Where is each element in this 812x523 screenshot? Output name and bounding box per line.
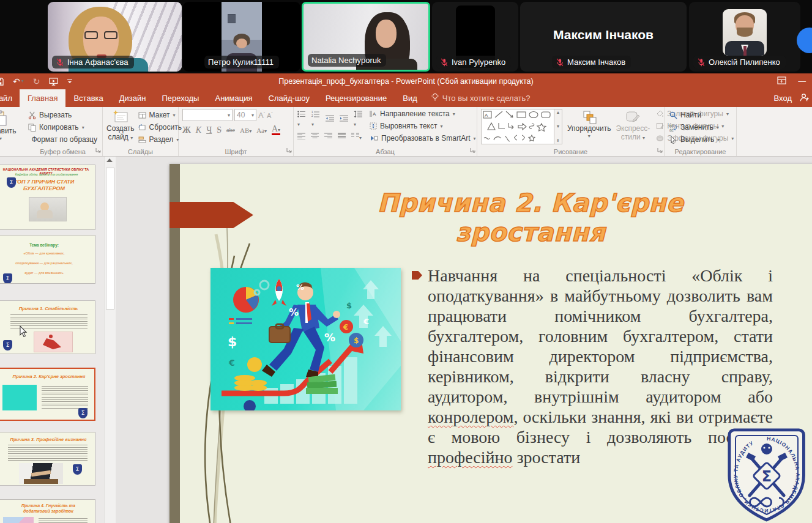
academy-logo-icon: Σ bbox=[78, 408, 88, 418]
participant-tile-maksym[interactable]: Максим Інчаков Максим Інчаков bbox=[520, 2, 687, 72]
account-person-icon[interactable] bbox=[799, 92, 810, 105]
thumb2-line2: «Облік — для креативних, bbox=[3, 251, 85, 255]
current-slide[interactable]: Причина 2. Кар'єрне зростання bbox=[169, 164, 812, 523]
smartart-icon bbox=[370, 135, 378, 142]
participant-tile-inna[interactable]: Інна Афанас'єва bbox=[48, 2, 182, 72]
participant-tile-ivan[interactable]: Ivan Pylypenko bbox=[432, 2, 518, 72]
new-slide-button[interactable]: Создать слайд ▾ bbox=[106, 109, 135, 144]
cut-button[interactable]: Вырезать bbox=[27, 110, 99, 120]
select-button[interactable]: Выделить▾ bbox=[668, 135, 732, 144]
change-case-button[interactable]: Аа▾ bbox=[256, 127, 267, 134]
reset-button[interactable]: Сбросить bbox=[137, 122, 183, 132]
layout-button[interactable]: Макет▾ bbox=[137, 110, 183, 120]
convert-to-smartart-button[interactable]: Преобразовать в SmartArt▾ bbox=[368, 133, 477, 143]
text-direction-button[interactable]: А Направление текста▾ bbox=[368, 109, 477, 119]
columns-button[interactable]: ▾ bbox=[351, 133, 362, 141]
format-painter-button[interactable]: Формат по образцу bbox=[27, 135, 99, 144]
tell-me-box[interactable]: Что вы хотите сделать? bbox=[425, 89, 537, 107]
shrink-font-button[interactable]: Аˇ bbox=[267, 111, 273, 119]
ribbon-display-options-button[interactable] bbox=[777, 76, 786, 86]
participant-tile-oleksii[interactable]: Олексій Пилипенко bbox=[689, 2, 800, 72]
font-name-combo[interactable]: ▾ bbox=[182, 109, 233, 121]
layout-icon bbox=[138, 112, 146, 119]
tab-home[interactable]: Главная bbox=[20, 89, 65, 107]
scrollbar-up-arrow[interactable] bbox=[106, 158, 113, 162]
thumb4-title: Причина 2. Кар'єрне зростання bbox=[9, 374, 89, 379]
increase-indent-button[interactable] bbox=[340, 115, 348, 124]
slide-title[interactable]: Причина 2. Кар'єрне зростання bbox=[313, 188, 748, 247]
slide-thumbnail-3[interactable]: Причина 1. Стабільність Σ bbox=[0, 300, 95, 354]
gallery-more-icon[interactable]: ⇟ bbox=[556, 138, 560, 143]
bold-button[interactable]: Ж bbox=[182, 125, 191, 135]
shapes-gallery-scrollbar[interactable]: ▲ ▼ ⇟ bbox=[554, 109, 562, 144]
find-button[interactable]: Найти bbox=[668, 110, 732, 120]
grow-font-button[interactable]: Аˆ bbox=[258, 111, 265, 120]
numbering-button[interactable]: 12▾ bbox=[311, 111, 320, 128]
underline-button[interactable]: Ч bbox=[206, 125, 212, 135]
ribbon: Вставить ▾ Вырезать Копировать ▾ Формат … bbox=[0, 107, 812, 157]
quick-styles-button[interactable]: Экспресс- стили ▾ bbox=[616, 109, 650, 142]
mic-muted-icon bbox=[697, 58, 706, 67]
svg-text:A: A bbox=[485, 113, 488, 118]
tab-slideshow[interactable]: Слайд-шоу bbox=[261, 89, 318, 107]
section-icon bbox=[138, 136, 146, 143]
slide-thumbnail-4-selected[interactable]: Причина 2. Кар'єрне зростання Σ bbox=[0, 368, 95, 421]
sign-in-link[interactable]: Вход bbox=[774, 94, 792, 103]
decrease-indent-button[interactable] bbox=[326, 115, 334, 124]
shadow-button[interactable]: S bbox=[217, 125, 222, 135]
slide-thumbnail-1[interactable]: НАЦІОНАЛЬНА АКАДЕМІЯ СТАТИСТИКИ ОБЛІКУ Т… bbox=[0, 165, 95, 230]
slide-thumbnail-6[interactable]: Причина 4. Гнучкість та додатковий зароб… bbox=[0, 499, 95, 523]
scroll-up-icon[interactable]: ▲ bbox=[556, 110, 561, 114]
dialog-launcher-icon[interactable] bbox=[286, 146, 292, 155]
thumbnails-scrollbar[interactable] bbox=[104, 157, 116, 523]
tab-transitions[interactable]: Переходы bbox=[154, 89, 207, 107]
tab-insert[interactable]: Вставка bbox=[65, 89, 111, 107]
participant-tile-natalia-active-speaker[interactable]: Natalia Nechyporuk bbox=[302, 2, 430, 72]
dialog-launcher-icon[interactable] bbox=[657, 146, 663, 155]
slide-thumbnail-5[interactable]: Причина 3. Професійне визнання Σ bbox=[0, 432, 95, 486]
participant-name-tag: Natalia Nechyporuk bbox=[308, 54, 386, 67]
cursor-icon bbox=[669, 136, 677, 144]
tab-animations[interactable]: Анимация bbox=[207, 89, 260, 107]
justify-button[interactable] bbox=[338, 133, 346, 141]
replace-button[interactable]: abac Заменить▾ bbox=[668, 122, 732, 132]
tab-design[interactable]: Дизайн bbox=[111, 89, 154, 107]
dialog-launcher-icon[interactable] bbox=[470, 146, 475, 155]
academy-logo-icon: Σ bbox=[7, 177, 16, 188]
tab-review[interactable]: Рецензирование bbox=[318, 89, 395, 107]
arrange-button[interactable]: Упорядочить ▾ bbox=[567, 109, 611, 139]
participant-name: Ivan Pylypenko bbox=[452, 57, 505, 67]
svg-text:€: € bbox=[363, 317, 369, 326]
font-color-button[interactable]: А▾ bbox=[272, 125, 280, 135]
tab-file[interactable]: Файл bbox=[0, 89, 20, 107]
slide-body-textbox[interactable]: Навчання на спеціальності «Облік і опода… bbox=[428, 265, 773, 467]
new-slide-icon bbox=[113, 110, 129, 125]
svg-text:€: € bbox=[228, 358, 235, 368]
scrollbar-thumb[interactable] bbox=[106, 168, 114, 310]
participant-tile-petro[interactable]: Петро Кулик11111 bbox=[183, 2, 300, 72]
align-right-button[interactable] bbox=[324, 133, 332, 141]
scroll-down-icon[interactable]: ▼ bbox=[556, 124, 561, 128]
paste-button[interactable]: Вставить ▾ bbox=[0, 109, 18, 141]
character-spacing-button[interactable]: АВ▾ bbox=[240, 127, 251, 134]
line-spacing-button[interactable]: ▾ bbox=[354, 111, 362, 128]
align-center-button[interactable] bbox=[311, 133, 319, 141]
thumb6-title: Причина 4. Гнучкість та додатковий зароб… bbox=[8, 503, 89, 514]
tab-view[interactable]: Вид bbox=[395, 89, 425, 107]
shapes-gallery[interactable]: A bbox=[481, 109, 554, 144]
copy-button[interactable]: Копировать ▾ bbox=[27, 122, 99, 132]
align-text-button[interactable]: Выровнять текст▾ bbox=[368, 121, 477, 131]
minimize-button[interactable]: — bbox=[799, 77, 806, 86]
dialog-launcher-icon[interactable] bbox=[95, 146, 101, 155]
bullets-button[interactable]: ▾ bbox=[297, 111, 306, 128]
section-button[interactable]: Раздел▾ bbox=[137, 135, 183, 144]
italic-button[interactable]: К bbox=[196, 125, 201, 135]
align-text-icon bbox=[370, 122, 377, 130]
participant-name-tag: Ivan Pylypenko bbox=[436, 56, 511, 69]
slide-illustration[interactable]: $ € % % $ € % € $ bbox=[210, 268, 401, 410]
strikethrough-button[interactable]: abc bbox=[226, 127, 235, 133]
font-size-combo[interactable]: 40▾ bbox=[234, 109, 256, 121]
slide-thumbnail-2[interactable]: Тема вебінару: «Облік — для креативних, … bbox=[0, 235, 95, 284]
window-title: Презентація_проф_бухгалтера - PowerPoint… bbox=[0, 73, 812, 89]
align-left-button[interactable] bbox=[297, 133, 305, 141]
